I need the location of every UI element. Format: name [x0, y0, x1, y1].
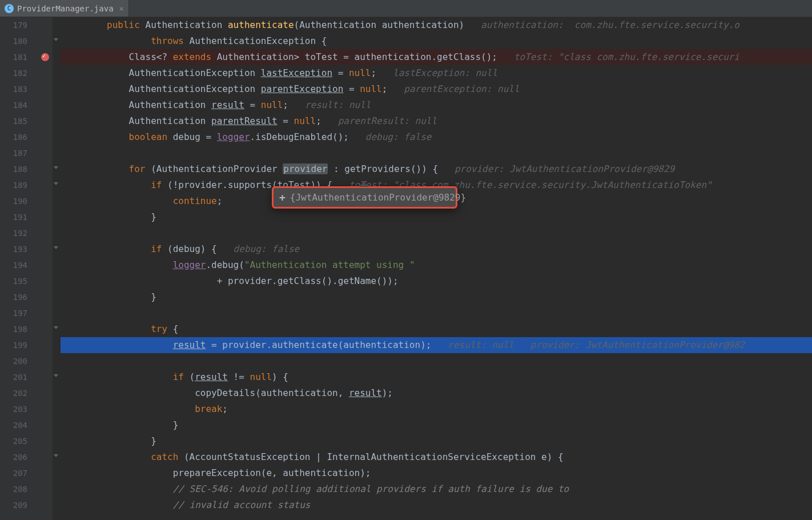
line-number: 200	[0, 353, 38, 369]
line-number: 202	[0, 385, 38, 401]
tab-filename: ProviderManager.java	[17, 4, 114, 13]
fold-marker-icon[interactable]	[54, 374, 58, 377]
line-number: 208	[0, 481, 38, 497]
line-number: 199	[0, 337, 38, 353]
code-line: }	[61, 289, 812, 305]
java-class-icon: C	[5, 4, 14, 13]
line-number: 204	[0, 417, 38, 433]
code-line: for (AuthenticationProvider provider : g…	[61, 161, 812, 177]
code-line: if (debug) { debug: false	[61, 241, 812, 257]
tooltip-value: {JwtAuthenticationProvider@9829}	[290, 192, 466, 203]
code-line	[61, 145, 812, 161]
breakpoint-icon[interactable]	[41, 53, 49, 61]
line-number: 192	[0, 225, 38, 241]
fold-marker-icon[interactable]	[54, 326, 58, 329]
code-line: public Authentication authenticate(Authe…	[61, 17, 812, 33]
code-line: }	[61, 417, 812, 433]
code-line: + provider.getClass().getName());	[61, 273, 812, 289]
line-number: 201	[0, 369, 38, 385]
code-line: break;	[61, 401, 812, 417]
file-tab[interactable]: C ProviderManager.java ×	[0, 0, 129, 17]
line-number: 182	[0, 65, 38, 81]
fold-marker-icon[interactable]	[54, 246, 58, 249]
code-line: boolean debug = logger.isDebugEnabled();…	[61, 129, 812, 145]
breakpoint-gutter[interactable]	[38, 17, 53, 520]
debug-value-tooltip[interactable]: + {JwtAuthenticationProvider@9829}	[272, 186, 457, 209]
code-line	[61, 225, 812, 241]
line-number: 179	[0, 17, 38, 33]
code-line: AuthenticationException parentException …	[61, 81, 812, 97]
line-number: 194	[0, 257, 38, 273]
line-number: 180	[0, 33, 38, 49]
fold-gutter	[53, 17, 61, 520]
line-number: 195	[0, 273, 38, 289]
fold-marker-icon[interactable]	[54, 182, 58, 185]
code-line-breakpoint: Class<? extends Authentication> toTest =…	[61, 49, 812, 65]
line-number: 196	[0, 289, 38, 305]
line-number: 190	[0, 193, 38, 209]
expand-plus-icon[interactable]: +	[279, 191, 286, 203]
line-number: 206	[0, 449, 38, 465]
code-area[interactable]: public Authentication authenticate(Authe…	[61, 17, 812, 520]
code-line: logger.debug("Authentication attempt usi…	[61, 257, 812, 273]
code-line: Authentication result = null; result: nu…	[61, 97, 812, 113]
variable-highlighted: provider	[283, 163, 328, 174]
line-number: 181	[0, 49, 38, 65]
code-line: throws AuthenticationException {	[61, 33, 812, 49]
line-number: 205	[0, 433, 38, 449]
line-number: 191	[0, 209, 38, 225]
line-number: 184	[0, 97, 38, 113]
code-line: }	[61, 433, 812, 449]
code-line: }	[61, 209, 812, 225]
code-line: try {	[61, 321, 812, 337]
code-line: prepareException(e, authentication);	[61, 465, 812, 481]
line-number: 186	[0, 129, 38, 145]
code-line: // SEC-546: Avoid polling additional pro…	[61, 481, 812, 497]
code-line: AuthenticationException lastException = …	[61, 65, 812, 81]
line-number: 209	[0, 497, 38, 513]
line-number: 188	[0, 161, 38, 177]
code-line: copyDetails(authentication, result);	[61, 385, 812, 401]
code-line: if (result != null) {	[61, 369, 812, 385]
code-line	[61, 305, 812, 321]
code-line-current-execution: result = provider.authenticate(authentic…	[61, 337, 812, 353]
line-number-gutter: 179 180 181 182 183 184 185 186 187 188 …	[0, 17, 38, 520]
tab-bar: C ProviderManager.java ×	[0, 0, 812, 17]
code-line: Authentication parentResult = null; pare…	[61, 113, 812, 129]
code-line: // invalid account status	[61, 497, 812, 513]
tooltip-pointer-icon	[359, 181, 368, 187]
line-number: 198	[0, 321, 38, 337]
line-number: 189	[0, 177, 38, 193]
line-number: 185	[0, 113, 38, 129]
close-icon[interactable]: ×	[119, 4, 124, 13]
line-number: 207	[0, 465, 38, 481]
code-line	[61, 353, 812, 369]
line-number: 197	[0, 305, 38, 321]
line-number: 187	[0, 145, 38, 161]
fold-marker-icon[interactable]	[54, 454, 58, 457]
fold-marker-icon[interactable]	[54, 166, 58, 169]
code-line: catch (AccountStatusException | Internal…	[61, 449, 812, 465]
line-number: 203	[0, 401, 38, 417]
fold-marker-icon[interactable]	[54, 38, 58, 41]
line-number: 183	[0, 81, 38, 97]
line-number: 193	[0, 241, 38, 257]
code-editor[interactable]: 179 180 181 182 183 184 185 186 187 188 …	[0, 17, 812, 520]
